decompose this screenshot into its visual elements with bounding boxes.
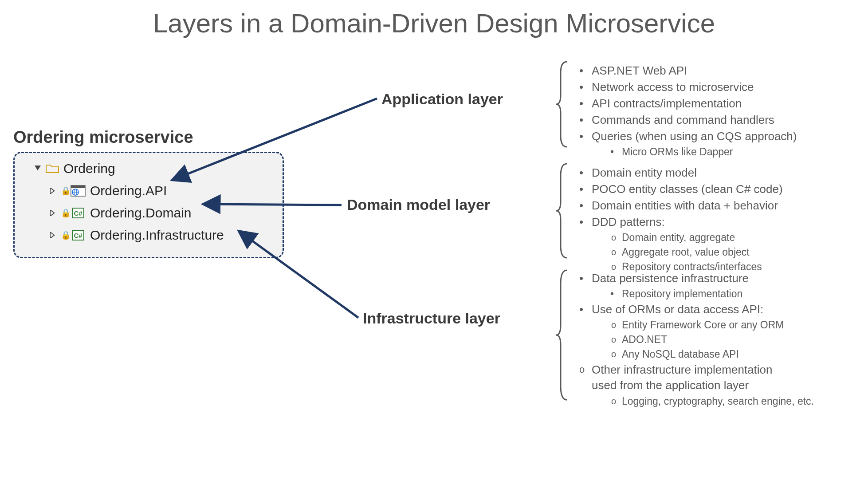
solution-explorer: Ordering 🔒 Ordering.API 🔒 [13,152,284,258]
bullet-text: Other infrastructure implementation [592,363,773,376]
sub-bullet: ADO.NET [609,333,852,347]
bullet: Network access to microservice [577,79,852,95]
project-row-infrastructure: 🔒 C# Ordering.Infrastructure [32,224,276,246]
bullet-text: Queries (when using an CQS approach) [592,130,797,143]
domain-layer-details: Domain entity model POCO entity classes … [577,164,852,275]
sub-bullet: Any NoSQL database API [609,347,852,361]
solution-root-label: Ordering [63,161,115,176]
bullet: ASP.NET Web API [577,63,852,79]
caret-right-icon [47,210,58,216]
bullet: API contracts/implementation [577,96,852,111]
svg-text:C#: C# [74,232,82,239]
application-layer-details: ASP.NET Web API Network access to micros… [577,62,852,160]
infrastructure-layer-details: Data persistence infrastructure Reposito… [577,270,852,409]
svg-marker-10 [50,232,54,238]
project-row-api: 🔒 Ordering.API [32,180,276,202]
caret-right-icon [47,232,58,238]
project-label: Ordering.Infrastructure [90,228,224,243]
diagram-title: Layers in a Domain-Driven Design Microse… [0,8,868,39]
sub-bullet: Entity Framework Core or any ORM [609,318,852,332]
folder-icon [46,164,59,173]
diagram-canvas: Layers in a Domain-Driven Design Microse… [0,0,868,481]
brace-domain-icon [554,162,570,260]
bullet: POCO entity classes (clean C# code) [577,181,852,197]
sub-bullet: Domain entity, aggregate [609,231,852,244]
brace-application-icon [554,60,570,149]
bullet-text: DDD patterns: [592,215,665,229]
csharp-project-icon: C# [71,229,86,241]
svg-text:C#: C# [74,209,82,217]
bullet: Domain entities with data + behavior [577,198,852,213]
project-label: Ordering.Domain [90,205,191,221]
bullet-text: used from the application layer [592,378,749,392]
domain-layer-title: Domain model layer [347,196,490,213]
caret-right-icon [47,188,58,194]
sub-bullet: Repository implementation [609,287,852,301]
sub-bullet: Aggregate root, value object [609,245,852,259]
lock-icon: 🔒 [61,230,69,240]
infrastructure-layer-title: Infrastructure layer [363,310,500,327]
bullet: Other infrastructure implementation used… [577,362,852,408]
sub-bullet: Logging, cryptography, search engine, et… [609,394,852,408]
bullet: Queries (when using an CQS approach) Mic… [577,129,852,159]
bullet-text: Use of ORMs or data access API: [592,303,763,316]
lock-icon: 🔒 [61,208,69,218]
bullet: Commands and command handlers [577,112,852,128]
bullet: Domain entity model [577,165,852,181]
project-row-domain: 🔒 C# Ordering.Domain [32,202,276,224]
microservice-label: Ordering microservice [13,128,193,147]
svg-marker-7 [50,210,54,216]
csharp-project-icon: C# [71,207,86,219]
bullet: DDD patterns: Domain entity, aggregate A… [577,214,852,274]
svg-marker-1 [50,188,54,194]
bullet: Data persistence infrastructure Reposito… [577,271,852,301]
sub-bullet: Micro ORMs like Dapper [609,145,852,159]
svg-marker-0 [35,166,41,170]
web-project-icon [71,185,86,197]
project-label: Ordering.API [90,183,167,198]
application-layer-title: Application layer [381,91,503,108]
bullet: Use of ORMs or data access API: Entity F… [577,302,852,361]
lock-icon: 🔒 [61,186,69,196]
svg-rect-3 [71,185,85,188]
brace-infrastructure-icon [554,268,570,402]
caret-down-icon [32,166,43,172]
solution-root-row: Ordering [32,158,276,180]
bullet-text: Data persistence infrastructure [592,272,749,285]
